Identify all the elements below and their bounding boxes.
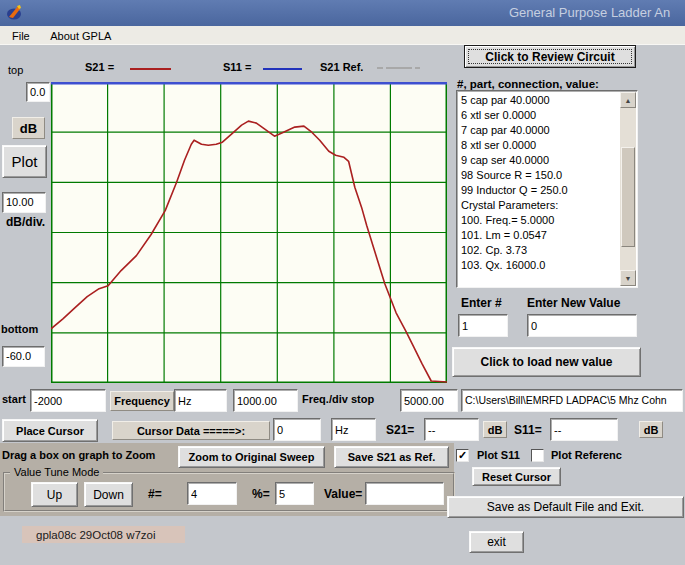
list-item: 100. Freq.= 5.0000 xyxy=(457,213,637,228)
s11-label: S11= xyxy=(514,423,542,437)
list-item: 102. Cp. 3.73 xyxy=(457,243,637,258)
enter-num-input[interactable] xyxy=(458,314,508,337)
cursor-units-input[interactable] xyxy=(331,418,376,441)
app-icon[interactable] xyxy=(6,4,23,21)
place-cursor-button[interactable]: Place Cursor xyxy=(2,419,98,442)
focus-rect xyxy=(468,49,632,64)
window-title: General Purpose Ladder An xyxy=(509,5,685,20)
check-icon: ✓ xyxy=(458,450,467,460)
list-item: 9 cap ser 40.0000 xyxy=(457,153,637,168)
frequency-chip: Frequency xyxy=(110,391,174,411)
list-item: 7 cap par 40.0000 xyxy=(457,123,637,138)
menu-about-gpla[interactable]: About GPLA xyxy=(42,27,119,42)
freq-per-div-input[interactable] xyxy=(233,389,298,412)
list-item: 103. Qx. 16000.0 xyxy=(457,258,637,273)
gpla-window: General Purpose Ladder An File About GPL… xyxy=(0,0,685,565)
menu-file[interactable]: File xyxy=(4,27,38,42)
legend-s21ref-label: S21 Ref. xyxy=(320,61,363,73)
legend-s21-label: S21 = xyxy=(85,61,114,73)
list-item: 101. Lm = 0.0547 xyxy=(457,228,637,243)
list-item: 8 xtl ser 0.0000 xyxy=(457,138,637,153)
drag-to-zoom-label: Drag a box on graph to Zoom xyxy=(2,449,155,461)
value-tune-title: Value Tune Mode xyxy=(10,466,103,478)
top-label: top xyxy=(8,64,23,76)
list-item: Crystal Parameters: xyxy=(457,198,637,213)
freq-units-input[interactable] xyxy=(174,389,227,412)
tune-pct-input[interactable] xyxy=(275,482,314,505)
parts-listbox[interactable]: 5 cap par 40.0000 6 xtl ser 0.0000 7 cap… xyxy=(456,90,638,288)
bottom-value-field[interactable]: -60.0 xyxy=(2,346,45,367)
enter-new-value-input[interactable] xyxy=(527,314,637,337)
s11-db-chip: dB xyxy=(639,421,663,438)
top-value-field[interactable]: 0.0 xyxy=(26,82,50,102)
stop-freq-input[interactable] xyxy=(400,389,458,412)
scrollbar-thumb[interactable] xyxy=(621,147,635,247)
freq-div-stop-label: Freq./div stop xyxy=(302,393,374,405)
scroll-down-icon[interactable]: ▼ xyxy=(620,270,636,286)
enter-new-value-label: Enter New Value xyxy=(527,296,620,310)
save-s21-ref-button[interactable]: Save S21 as Ref. xyxy=(334,446,449,468)
tune-value-label: Value= xyxy=(324,487,362,501)
tune-up-button[interactable]: Up xyxy=(31,482,78,507)
tune-num-label: #= xyxy=(148,487,162,501)
s21-label: S21= xyxy=(386,423,414,437)
tune-down-button[interactable]: Down xyxy=(84,482,133,507)
load-new-value-button[interactable]: Click to load new value xyxy=(452,347,641,377)
zoom-original-sweep-button[interactable]: Zoom to Original Sweep xyxy=(178,446,325,468)
exit-button[interactable]: exit xyxy=(469,531,524,553)
menu-bar: File About GPLA xyxy=(0,26,685,45)
save-default-exit-button[interactable]: Save as Default File and Exit. xyxy=(447,496,684,518)
cursor-data-chip: Cursor Data =====>: xyxy=(112,421,270,440)
list-scrollbar[interactable]: ▲ ▼ xyxy=(620,92,636,286)
tune-num-input[interactable] xyxy=(187,482,237,505)
title-bar: General Purpose Ladder An xyxy=(0,0,685,26)
plot-area[interactable] xyxy=(51,82,447,383)
plot-s11-checkbox[interactable]: ✓ xyxy=(456,449,469,462)
db-unit-chip: dB xyxy=(12,117,45,139)
bottom-label: bottom xyxy=(1,323,38,335)
parts-header: #, part, connection, value: xyxy=(457,78,599,90)
reset-cursor-button[interactable]: Reset Cursor xyxy=(472,467,561,486)
plot-reference-label: Plot Referenc xyxy=(551,449,622,461)
version-status-label: gpla08c 29Oct08 w7zoi xyxy=(22,526,185,543)
legend-s11-line-swatch xyxy=(263,68,302,70)
legend-ref-line-swatch xyxy=(377,63,423,73)
enter-num-label: Enter # xyxy=(461,296,502,310)
list-item: 5 cap par 40.0000 xyxy=(457,93,637,108)
file-path-field[interactable]: C:\Users\Bill\EMRFD LADPAC\5 Mhz Cohn xyxy=(461,389,683,412)
legend-s21-line-swatch xyxy=(130,68,171,70)
cursor-freq-input[interactable] xyxy=(273,418,321,441)
tune-value-input[interactable] xyxy=(365,482,444,505)
plot-button[interactable]: Plot xyxy=(2,145,47,178)
cursor-s11-input[interactable] xyxy=(550,418,618,441)
review-circuit-button[interactable]: Click to Review Circuit xyxy=(464,45,636,68)
plot-s11-label: Plot S11 xyxy=(477,449,520,461)
start-label: start xyxy=(2,393,26,405)
cursor-s21-input[interactable] xyxy=(424,418,479,441)
plot-reference-checkbox[interactable]: ✓ xyxy=(531,449,544,462)
list-item: 6 xtl ser 0.0000 xyxy=(457,108,637,123)
list-item: 99 Inductor Q = 250.0 xyxy=(457,183,637,198)
tune-pct-label: %= xyxy=(252,487,270,501)
scroll-up-icon[interactable]: ▲ xyxy=(620,92,636,108)
s21-db-chip: dB xyxy=(483,421,507,438)
db-per-div-label: dB/div. xyxy=(6,215,45,229)
s21-response-chart xyxy=(51,82,447,383)
legend-s11-label: S11 = xyxy=(223,61,251,73)
list-item: 98 Source R = 150.0 xyxy=(457,168,637,183)
start-freq-input[interactable] xyxy=(30,389,106,412)
db-per-div-field[interactable]: 10.00 xyxy=(2,192,46,213)
